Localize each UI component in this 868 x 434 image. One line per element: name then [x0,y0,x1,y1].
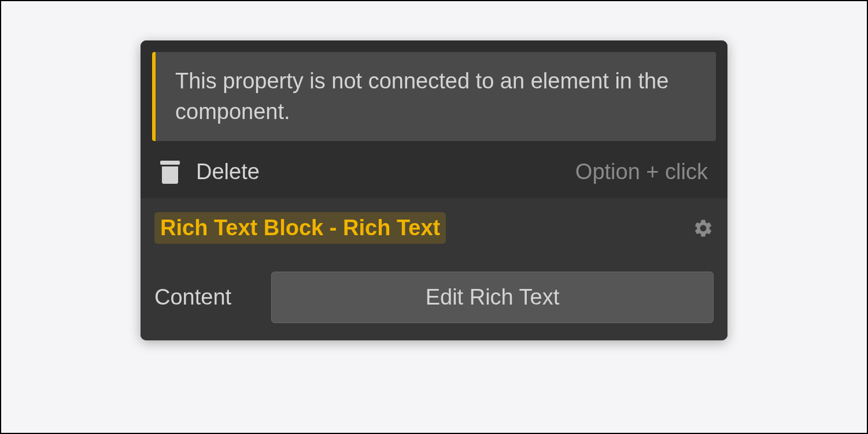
delete-action-left: Delete [160,159,260,184]
edit-rich-text-button[interactable]: Edit Rich Text [271,272,714,323]
section-header: Rich Text Block - Rich Text [154,212,714,244]
warning-message: This property is not connected to an ele… [175,66,696,127]
property-section: Rich Text Block - Rich Text Content Edit… [141,198,727,340]
delete-action-row[interactable]: Delete Option + click [152,159,716,184]
tooltip-section: This property is not connected to an ele… [141,40,727,198]
content-row: Content Edit Rich Text [154,272,714,323]
content-label: Content [154,285,253,310]
property-panel: This property is not connected to an ele… [141,40,727,340]
gear-icon[interactable] [693,218,714,239]
shortcut-hint: Option + click [575,159,708,184]
trash-icon [160,161,180,184]
section-title-badge[interactable]: Rich Text Block - Rich Text [154,212,446,244]
warning-callout: This property is not connected to an ele… [152,52,716,141]
delete-label: Delete [196,159,260,184]
